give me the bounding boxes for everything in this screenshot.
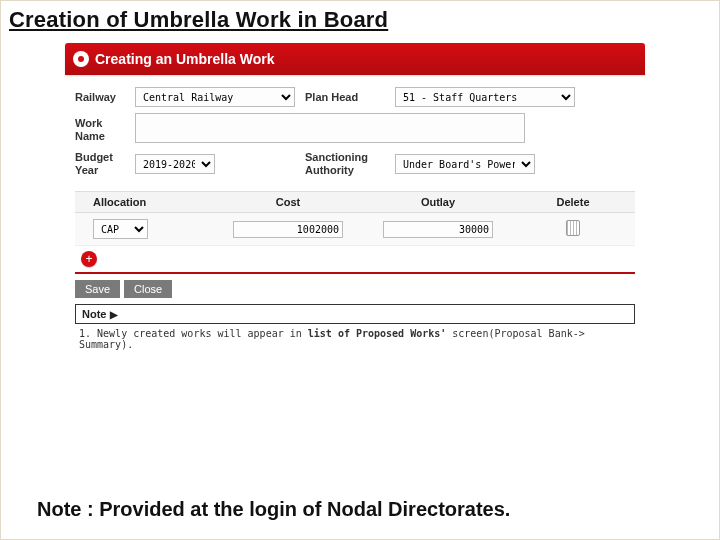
year-select[interactable]: 2019-2020 (135, 154, 215, 174)
allocation-row: CAP (75, 213, 635, 246)
slide-title: Creation of Umbrella Work in Board (1, 1, 719, 37)
app-window: Creating an Umbrella Work Railway Centra… (65, 43, 645, 356)
save-button[interactable]: Save (75, 280, 120, 298)
row-workname: Work Name (75, 113, 635, 145)
delete-icon[interactable] (566, 220, 580, 236)
planhead-select[interactable]: 51 - Staff Quarters (395, 87, 575, 107)
allocation-header: Allocation Cost Outlay Delete (75, 191, 635, 213)
allocation-select[interactable]: CAP (93, 219, 148, 239)
app-icon (73, 51, 89, 67)
form-area: Railway Central Railway Plan Head 51 - S… (65, 75, 645, 356)
outlay-input[interactable] (383, 221, 493, 238)
workname-label: Work Name (75, 113, 135, 143)
window-header: Creating an Umbrella Work (65, 43, 645, 75)
button-row: Save Close (75, 280, 635, 298)
railway-label: Railway (75, 91, 135, 103)
year-label: Budget Year (75, 151, 135, 177)
row-year-auth: Budget Year 2019-2020 Sanctioning Author… (75, 151, 635, 177)
auth-label: Sanctioning Authority (305, 151, 395, 177)
note-arrow-icon: ▶ (110, 309, 118, 320)
note-line-1: 1. Newly created works will appear in li… (75, 324, 635, 350)
note-header[interactable]: Note ▶ (75, 304, 635, 324)
auth-select[interactable]: Under Board's Power( ≥ 2.5Cr) (395, 154, 535, 174)
alloc-col-allocation: Allocation (75, 196, 213, 208)
add-row-button[interactable]: + (81, 251, 97, 267)
slide-container: Creation of Umbrella Work in Board Creat… (0, 0, 720, 540)
workname-input[interactable] (135, 113, 525, 143)
window-title: Creating an Umbrella Work (95, 51, 274, 67)
slide-footer-note: Note : Provided at the login of Nodal Di… (37, 498, 510, 521)
railway-select[interactable]: Central Railway (135, 87, 295, 107)
alloc-col-delete: Delete (513, 196, 633, 208)
note-label: Note (82, 308, 106, 320)
close-button[interactable]: Close (124, 280, 172, 298)
planhead-label: Plan Head (305, 91, 395, 103)
add-row-bar: + (75, 246, 635, 274)
row-railway-planhead: Railway Central Railway Plan Head 51 - S… (75, 87, 635, 107)
alloc-col-cost: Cost (213, 196, 363, 208)
alloc-col-outlay: Outlay (363, 196, 513, 208)
cost-input[interactable] (233, 221, 343, 238)
